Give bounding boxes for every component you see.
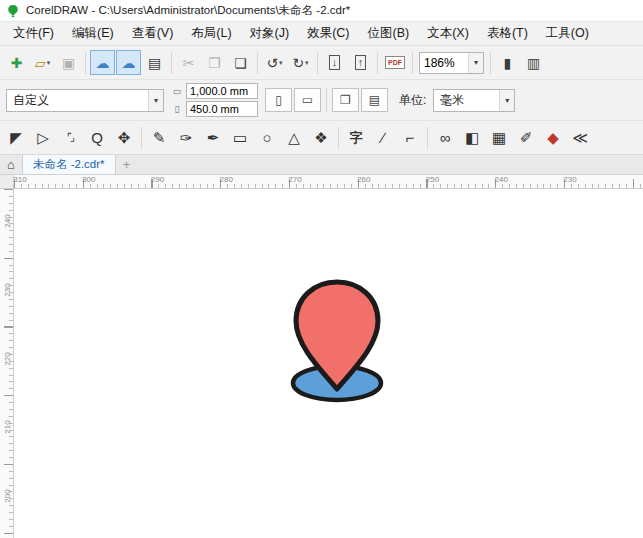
drawing-canvas[interactable]: [14, 189, 643, 538]
pick-tool: ◤: [10, 130, 22, 145]
menu-bitmaps[interactable]: 位图(B): [359, 25, 419, 42]
chevron-down-icon[interactable]: ▾: [499, 90, 514, 111]
menu-view[interactable]: 查看(V): [123, 25, 183, 42]
connector-tool[interactable]: ⌐: [397, 125, 423, 151]
save-icon[interactable]: ▣: [56, 50, 81, 75]
menu-object[interactable]: 对象(J): [241, 25, 299, 42]
fill-tool[interactable]: ◆: [540, 125, 566, 151]
redo-icon: ↻: [292, 56, 304, 70]
page-size-preset-select[interactable]: 自定义 ▾: [6, 89, 164, 112]
title-bar: CorelDRAW - C:\Users\Administrator\Docum…: [0, 0, 643, 22]
save-icon: ▣: [62, 56, 75, 70]
landscape-button[interactable]: ▭: [294, 88, 321, 112]
zoom-level-input[interactable]: [420, 56, 468, 70]
vertical-ruler[interactable]: 240230220210200: [0, 189, 14, 538]
menu-text[interactable]: 文本(X): [418, 25, 478, 42]
polygon-tool: △: [288, 130, 300, 145]
import-icon[interactable]: ↓: [322, 50, 347, 75]
interactive-fill-tool[interactable]: ◧: [459, 125, 485, 151]
ruler-label: 220: [2, 352, 11, 365]
page-dimensions: ▭ ▯: [171, 83, 258, 117]
cloud-open-icon[interactable]: ☁: [90, 50, 115, 75]
outline-pen-tool: ✐: [520, 130, 533, 145]
horizontal-ruler[interactable]: 310300290280270260250240230: [14, 175, 643, 189]
dimension-tool[interactable]: ∕: [370, 125, 396, 151]
eyedropper-tool: ∞: [440, 130, 451, 145]
menu-edit[interactable]: 编辑(E): [63, 25, 123, 42]
page-height-icon: ▯: [171, 104, 183, 114]
ruler-label: 200: [2, 489, 11, 502]
crop-tool[interactable]: ⌜⌟: [57, 125, 83, 151]
menu-bar: 文件(F)编辑(E)查看(V)布局(L)对象(J)效果(C)位图(B)文本(X)…: [0, 22, 643, 46]
ellipse-tool: ○: [262, 130, 271, 145]
shape-tool[interactable]: ▷: [30, 125, 56, 151]
polygon-tool[interactable]: △: [281, 125, 307, 151]
cloud-open-icon: ☁: [96, 56, 110, 70]
text-tool[interactable]: 字: [343, 125, 369, 151]
ruler-label: 230: [2, 283, 11, 296]
open-icon: ▱: [35, 56, 46, 70]
menu-table[interactable]: 表格(T): [478, 25, 537, 42]
ruler-corner: [0, 175, 14, 189]
standard-toolbar: ✚▱▾▣☁☁▤✂❐❏↺▾↻▾↓↑PDF▾▮▥: [0, 46, 643, 80]
zoom-level-select[interactable]: ▾: [419, 52, 484, 74]
portrait-button[interactable]: ▯: [265, 88, 292, 112]
copy-icon[interactable]: ❐: [202, 50, 227, 75]
open-icon[interactable]: ▱▾: [30, 50, 55, 75]
undo-icon[interactable]: ↺▾: [262, 50, 287, 75]
options-icon[interactable]: ▥: [521, 50, 546, 75]
ruler-label: 250: [426, 175, 439, 184]
import-icon: ↓: [329, 55, 341, 70]
menu-layout[interactable]: 布局(L): [182, 25, 240, 42]
paste-icon[interactable]: ❏: [228, 50, 253, 75]
transparency-tool[interactable]: ▦: [486, 125, 512, 151]
current-page-icon[interactable]: ▤: [361, 88, 388, 112]
rectangle-tool: ▭: [233, 130, 247, 145]
fullscreen-preview-icon[interactable]: ▮: [495, 50, 520, 75]
pen-tool: ✒: [207, 130, 220, 145]
menu-effects[interactable]: 效果(C): [298, 25, 358, 42]
chevron-down-icon[interactable]: ▾: [468, 53, 483, 73]
rectangle-tool[interactable]: ▭: [227, 125, 253, 151]
chevron-down-icon[interactable]: ▾: [148, 90, 163, 111]
property-bar: 自定义 ▾ ▭ ▯ ▯▭❐▤ 单位: 毫米 ▾: [0, 80, 643, 121]
separator: [141, 127, 142, 149]
all-pages-icon: ❐: [340, 93, 351, 107]
export-icon[interactable]: ↑: [348, 50, 373, 75]
zoom-tool[interactable]: Q: [84, 125, 110, 151]
coreldraw-window: CorelDRAW - C:\Users\Administrator\Docum…: [0, 0, 643, 538]
document-tab[interactable]: 未命名 -2.cdr*: [22, 155, 116, 174]
cut-icon[interactable]: ✂: [176, 50, 201, 75]
new-tab-button[interactable]: +: [116, 155, 138, 174]
units-select[interactable]: 毫米 ▾: [433, 89, 515, 112]
ellipse-tool[interactable]: ○: [254, 125, 280, 151]
menu-tools[interactable]: 工具(O): [537, 25, 598, 42]
freehand-tool[interactable]: ✎: [146, 125, 172, 151]
menu-file[interactable]: 文件(F): [4, 25, 63, 42]
toolbox-bar: ◤▷⌜⌟Q✥✎✑✒▭○△❖字∕⌐∞◧▦✐◆≪: [0, 121, 643, 155]
eyedropper-tool[interactable]: ∞: [432, 125, 458, 151]
zoom-tool: Q: [91, 130, 103, 145]
print-icon[interactable]: ▤: [142, 50, 167, 75]
portrait-button: ▯: [275, 93, 282, 107]
cloud-save-icon[interactable]: ☁: [116, 50, 141, 75]
pdf-icon[interactable]: PDF: [382, 50, 408, 75]
new-document-icon[interactable]: ✚: [4, 50, 29, 75]
redo-icon[interactable]: ↻▾: [288, 50, 313, 75]
separator: [85, 52, 86, 74]
pick-tool[interactable]: ◤: [3, 125, 29, 151]
outline-pen-tool[interactable]: ✐: [513, 125, 539, 151]
artistic-media-tool[interactable]: ✑: [173, 125, 199, 151]
ruler-label: 230: [563, 175, 576, 184]
page-width-input[interactable]: [186, 83, 258, 99]
page-height-input[interactable]: [186, 101, 258, 117]
pan-tool[interactable]: ✥: [111, 125, 137, 151]
home-icon[interactable]: ⌂: [0, 155, 22, 174]
interactive-fill-tool: ◧: [465, 130, 479, 145]
pen-tool[interactable]: ✒: [200, 125, 226, 151]
all-pages-icon[interactable]: ❐: [332, 88, 359, 112]
chevron-down-icon: ▾: [305, 59, 309, 67]
more-tools-chevron[interactable]: ≪: [567, 125, 593, 151]
common-shapes-tool[interactable]: ❖: [308, 125, 334, 151]
map-pin-drawing[interactable]: [282, 277, 392, 407]
